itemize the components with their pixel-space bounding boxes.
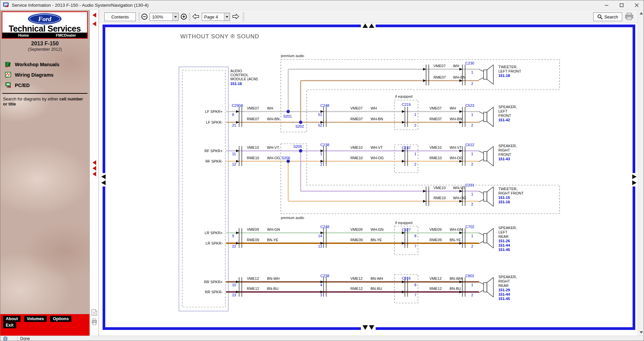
connector-label: C248 — [320, 225, 329, 229]
menu-item-pced[interactable]: PC/ED — [0, 80, 89, 90]
about-button[interactable]: About — [3, 316, 21, 322]
menu-item-wiring-diagrams[interactable]: Wiring Diagrams — [0, 70, 89, 80]
connector-label: C327 — [402, 228, 411, 232]
nav-arrow-icon[interactable] — [92, 172, 96, 176]
scroll-down-icon[interactable] — [640, 331, 643, 334]
diagram-canvas: WITHOUT SONY ® SOUND AUDIO CONTROL MODUL… — [99, 23, 638, 336]
connector-label: C802 — [465, 274, 474, 278]
pin-label: 2 — [414, 162, 416, 166]
pin-label: 22 — [232, 244, 236, 248]
continuation-marks-left — [101, 173, 106, 186]
sidebar-footer: About Volumes Options Exit — [0, 314, 89, 336]
zoom-in-icon[interactable] — [181, 13, 187, 20]
pin-label: 7 — [414, 244, 416, 248]
status-bar: Done — [0, 336, 644, 341]
wire-color-label: BN-YE — [371, 238, 382, 242]
menu-item-workshop-manuals[interactable]: Workshop Manuals — [0, 59, 89, 70]
connector-label: C702 — [465, 225, 474, 229]
vertical-scrollbar[interactable] — [638, 10, 644, 336]
connector-label: C290A — [232, 103, 243, 108]
wire-label: RME07 — [247, 117, 259, 121]
ref-label: 151-43 — [498, 157, 510, 161]
contents-button[interactable]: Contents — [104, 12, 136, 21]
wire-color-label: WH-OG — [267, 156, 280, 160]
prev-page-icon[interactable] — [192, 13, 199, 20]
page-select[interactable]: Page 4 — [202, 13, 230, 21]
connector-label: C237 — [402, 146, 411, 150]
close-button[interactable] — [629, 0, 644, 10]
fmcdealer-link[interactable]: FMCDealer — [45, 33, 87, 38]
pin-label: 1 — [414, 152, 416, 156]
wire-color-label: WH-GN — [450, 227, 463, 231]
pin-label: 13 — [318, 244, 322, 248]
wire-label: VME10 — [350, 145, 363, 150]
wire-label: RME10 — [429, 156, 442, 160]
next-page-icon[interactable] — [232, 13, 239, 20]
splice-label: S201 — [283, 114, 292, 118]
sidebar: Ford Technical Services Home FMCDealer 2… — [0, 10, 89, 336]
search-icon — [597, 14, 603, 19]
nav-arrow-icon[interactable] — [92, 160, 96, 165]
acm-pin-function: RF SPKR- — [205, 159, 223, 163]
wire-label: VME07 — [429, 106, 442, 110]
splice-label: S206 — [281, 156, 290, 160]
connector-label: C523 — [465, 103, 474, 108]
speaker-left-rear-icon — [479, 228, 493, 248]
collapse-arrow-icon[interactable] — [92, 13, 96, 17]
maximize-button[interactable] — [614, 0, 629, 10]
collapse-arrow-icon[interactable] — [92, 22, 96, 26]
ref-label: 151-26 — [498, 239, 510, 243]
volumes-button[interactable]: Volumes — [24, 316, 47, 322]
ford-logo: Ford — [27, 13, 62, 25]
options-button[interactable]: Options — [50, 316, 71, 322]
component-label: REAR — [498, 284, 509, 288]
zoom-out-icon[interactable] — [141, 13, 148, 20]
brand-links-bar: Home FMCDealer — [2, 33, 87, 38]
scroll-up-icon[interactable] — [640, 12, 643, 14]
minimize-button[interactable] — [599, 0, 614, 10]
document-icon[interactable] — [91, 309, 97, 316]
pin-label: 52 — [318, 123, 322, 127]
wire-color-label: WH-VT — [450, 145, 462, 150]
pin-label: 4 — [320, 283, 322, 287]
pin-label: 1 — [471, 234, 473, 238]
pin-label: 10 — [232, 283, 236, 287]
exit-button[interactable]: Exit — [3, 322, 16, 328]
connector-label: C316 — [402, 276, 411, 280]
workshop-manuals-icon — [5, 61, 11, 68]
globe-icon — [3, 336, 8, 341]
connector-symbols — [239, 65, 465, 297]
wire-label: RME09 — [350, 238, 363, 242]
component-label: LEFT FRONT — [498, 69, 521, 73]
speaker-right-front-icon — [479, 146, 493, 166]
home-link[interactable]: Home — [2, 33, 45, 38]
splice-dot-s205 — [299, 149, 302, 153]
ref-label: 151-15 — [498, 196, 510, 200]
connector-label: C238 — [320, 274, 329, 278]
acm-pin-function: LR SPKR- — [205, 241, 223, 245]
vehicle-date: (September 2012) — [0, 47, 89, 52]
sidebar-menu: Workshop Manuals Wiring Diagrams PC/ED — [0, 59, 89, 90]
page-border — [104, 26, 634, 329]
pin-label: 14 — [318, 234, 322, 238]
component-label: SPEAKER, — [498, 226, 517, 230]
wire-label: RME10 — [350, 156, 363, 160]
printer-page-icon[interactable] — [91, 318, 97, 325]
pin-label: 2 — [414, 123, 416, 127]
wire-label: VME07 — [350, 106, 363, 110]
connector-label: C248 — [320, 103, 329, 108]
wire-color-label: WH-VT — [267, 145, 279, 150]
nav-arrow-icon[interactable] — [92, 166, 96, 171]
print-icon[interactable] — [625, 13, 634, 20]
search-button[interactable]: Search — [593, 12, 622, 21]
pin-label: 2 — [471, 293, 473, 297]
pin-label: 8 — [232, 113, 234, 117]
toolbar-separator — [189, 12, 190, 21]
wire-color-label: WH-BN — [267, 117, 279, 121]
if-equipped-label: if equipped — [395, 94, 413, 98]
zoom-select[interactable]: 100% — [150, 13, 179, 21]
wire-label: RME07 — [429, 117, 442, 121]
wire-color-label: BN-YE — [450, 238, 461, 242]
wire-color-label: WH — [267, 106, 273, 110]
component-label: LEFT — [498, 230, 507, 234]
